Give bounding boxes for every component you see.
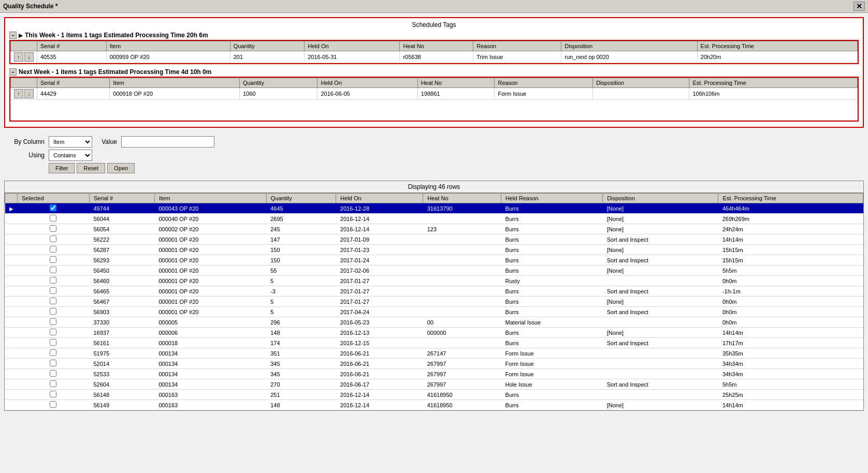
column-select[interactable]: Item Serial # Quantity Held On Heat No R…	[49, 136, 92, 147]
heldon-cell: 2016-05-23	[336, 317, 423, 328]
serial-cell: 56054	[89, 224, 154, 234]
row-checkbox[interactable]	[50, 235, 56, 242]
serial-cell: 56149	[89, 400, 154, 410]
item-cell: 000134	[155, 359, 267, 369]
row-checkbox[interactable]	[50, 391, 56, 397]
serial-cell: 56293	[89, 255, 154, 265]
th-esttime: Est. Processing Time	[718, 194, 863, 203]
heldon-cell: 2016-05-31	[305, 51, 400, 63]
reset-button[interactable]: Reset	[77, 163, 105, 173]
row-checkbox[interactable]	[50, 401, 56, 408]
using-select[interactable]: Contains Equals Starts With	[49, 150, 92, 161]
disp-cell	[603, 276, 718, 286]
row-arrow-cell	[5, 379, 18, 390]
close-button[interactable]: ✕	[853, 2, 865, 11]
row-checkbox[interactable]	[50, 370, 56, 377]
row-arrow-cell	[5, 276, 18, 286]
next-week-label: Next Week - 1 items 1 tags Estimated Pro…	[19, 68, 211, 76]
row-checkbox[interactable]	[50, 246, 56, 253]
main-table-title: Displaying 46 rows	[5, 181, 863, 193]
heatno-cell: 123	[423, 224, 501, 234]
reason-cell: Hole Issue	[501, 379, 603, 390]
reason-cell: Trim Issue	[473, 51, 561, 63]
th-disp: Disposition	[603, 194, 718, 203]
row-checkbox[interactable]	[50, 349, 56, 356]
reason-cell: Form Issue	[501, 369, 603, 379]
checkbox-cell	[18, 328, 90, 338]
disp-cell	[603, 359, 718, 369]
value-input[interactable]	[121, 136, 214, 147]
table-row: 56460000001 OP #2052017-01-27Rusty0h0m	[5, 276, 863, 286]
heldon-cell: 2017-01-09	[336, 234, 423, 245]
row-checkbox[interactable]	[50, 225, 56, 232]
row-checkbox[interactable]	[50, 308, 56, 315]
disp-cell: [None]	[603, 245, 718, 255]
heldon-cell: 2016-12-14	[336, 400, 423, 410]
row-checkbox[interactable]	[50, 329, 56, 335]
item-cell: 000134	[155, 379, 267, 390]
item-cell: 000018	[155, 338, 267, 348]
this-week-table: Serial # Item Quantity Held On Heat No R…	[10, 41, 858, 63]
table-row: 56293000001 OP #201502017-01-24BurrsSort…	[5, 255, 863, 265]
disp-cell: [None]	[603, 224, 718, 234]
checkbox-cell	[18, 234, 90, 245]
row-checkbox[interactable]	[50, 267, 56, 273]
main-table-header-row: Selected Serial # Item Quantity Held On …	[5, 194, 863, 203]
disp-cell: [None]	[603, 203, 718, 214]
row-checkbox[interactable]	[50, 277, 56, 284]
th-disposition: Disposition	[593, 78, 689, 88]
qty-cell: 4645	[266, 203, 336, 214]
serial-cell: 44429	[37, 88, 110, 100]
table-row: 56465000001 OP #20-32017-01-27BurrsSort …	[5, 286, 863, 297]
filter-button[interactable]: Filter	[49, 163, 75, 173]
move-down-btn[interactable]: ↓	[24, 89, 34, 98]
row-checkbox[interactable]	[50, 339, 56, 346]
item-cell: 000163	[155, 390, 267, 400]
content-area: Scheduled Tags − ▶ This Week - 1 items 1…	[0, 13, 868, 415]
next-week-collapse-btn[interactable]: −	[9, 68, 17, 76]
row-checkbox[interactable]	[50, 215, 56, 221]
reason-cell: Form Issue	[501, 348, 603, 359]
reason-cell: Burrs	[501, 390, 603, 400]
row-checkbox[interactable]	[50, 256, 56, 263]
th-heatno: Heat No	[417, 78, 495, 88]
row-checkbox[interactable]	[50, 298, 56, 304]
serial-cell: 51975	[89, 348, 154, 359]
heatno-cell	[423, 297, 501, 307]
table-row: ↑ ↓ 40535 000959 OP #20 201 2016-05-31 r…	[11, 51, 858, 63]
esttime-cell: 34h34m	[718, 359, 863, 369]
row-checkbox[interactable]	[50, 287, 56, 294]
move-up-btn[interactable]: ↑	[14, 89, 23, 98]
row-checkbox[interactable]	[50, 204, 56, 211]
heldon-cell: 2016-06-21	[336, 369, 423, 379]
checkbox-cell	[18, 255, 90, 265]
th-reason: Reason	[473, 41, 561, 51]
row-checkbox[interactable]	[50, 380, 56, 387]
row-arrow-cell	[5, 317, 18, 328]
reason-cell: Burrs	[501, 286, 603, 297]
row-checkbox[interactable]	[50, 360, 56, 366]
heatno-cell	[423, 255, 501, 265]
this-week-collapse-btn[interactable]: −	[9, 32, 17, 39]
heatno-cell	[423, 286, 501, 297]
table-row: 56222000001 OP #201472017-01-09BurrsSort…	[5, 234, 863, 245]
move-up-btn[interactable]: ↑	[14, 52, 23, 62]
item-cell: 000006	[155, 328, 267, 338]
disp-cell	[603, 369, 718, 379]
heatno-cell: r05638	[400, 51, 473, 63]
row-checkbox[interactable]	[50, 318, 56, 325]
disp-cell	[603, 390, 718, 400]
serial-cell: 52533	[89, 369, 154, 379]
disp-cell: Sort and Inspect	[603, 379, 718, 390]
open-button[interactable]: Open	[107, 163, 135, 173]
th-item: Item	[106, 41, 230, 51]
th-disposition: Disposition	[561, 41, 697, 51]
serial-cell: 56161	[89, 338, 154, 348]
esttime-cell: 25h25m	[718, 390, 863, 400]
checkbox-cell	[18, 265, 90, 276]
esttime-cell: 14h14m	[718, 234, 863, 245]
qty-cell: 201	[230, 51, 305, 63]
by-column-label: By Column	[8, 138, 45, 145]
move-down-btn[interactable]: ↓	[24, 52, 34, 62]
qty-cell: 150	[266, 255, 336, 265]
